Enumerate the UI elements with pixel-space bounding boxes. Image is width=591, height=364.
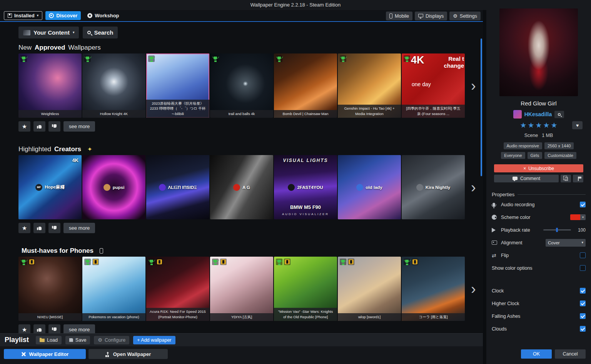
thumbs-down-button[interactable] xyxy=(48,324,60,333)
comment-button[interactable]: Comment xyxy=(494,175,559,182)
vertical-scrollbar[interactable] xyxy=(481,38,482,176)
wallpaper-card[interactable]: YDIYA [古风] xyxy=(210,257,273,321)
cancel-button[interactable]: Cancel xyxy=(555,349,586,359)
star-icon[interactable]: ★ xyxy=(551,122,558,129)
favorite-button[interactable]: ★ xyxy=(18,324,30,333)
creator-name: pupsi xyxy=(113,185,125,190)
see-more-button[interactable]: see more xyxy=(63,324,95,333)
favorite-button[interactable]: ★ xyxy=(18,121,30,132)
type-size-row: Scene 1 MB xyxy=(486,133,591,138)
scroll-right-arrow[interactable]: › xyxy=(471,78,476,93)
tab-workshop[interactable]: Workshop xyxy=(84,11,122,20)
wallpaper-card[interactable]: NIXEU [MISSE] xyxy=(18,257,82,321)
wallpaper-card[interactable]: "Mission Vao" -Star Wars: Knights of the… xyxy=(274,257,337,321)
alignment-select[interactable]: Cover ▾ xyxy=(546,239,586,247)
wallpaper-card[interactable]: wlop [sword1] xyxy=(338,257,401,321)
open-wallpaper-button[interactable]: Open Wallpaper xyxy=(88,349,168,359)
creator-card[interactable]: Kira Nightly xyxy=(402,155,465,219)
report-button[interactable] xyxy=(573,175,583,182)
wallpaper-preview[interactable] xyxy=(499,8,578,96)
wallpaper-title: コーラ [雨と落葉] xyxy=(402,313,465,321)
wallpaper-card[interactable]: trail and balls 4k xyxy=(210,53,273,118)
author-link[interactable]: HKesadilla xyxy=(524,111,552,117)
configure-button[interactable]: ⚙ Configure xyxy=(94,336,129,344)
scroll-right-arrow[interactable]: › xyxy=(471,180,476,195)
thumbs-down-button[interactable] xyxy=(48,223,60,233)
unsubscribe-button[interactable]: × Unsubscribe xyxy=(494,164,583,172)
your-content-icon xyxy=(23,30,30,35)
favorite-button[interactable]: ★ xyxy=(18,223,30,233)
wallpaper-card[interactable]: 2023原创绘画大赛《织月绘星》2233 哔哩哔哩（゜-゜）つロ 干杯~-bil… xyxy=(146,53,209,118)
creator-card[interactable]: 4K MFHope麻糬 xyxy=(18,155,82,219)
property-label: Show color options xyxy=(492,265,533,271)
property-row-playback-rate: Playback rate 100 xyxy=(486,224,591,236)
show-color-options-checkbox[interactable] xyxy=(580,265,586,271)
star-icon[interactable]: ★ xyxy=(543,122,550,129)
rate-row: ★ see more xyxy=(18,223,483,233)
wallpaper-card[interactable]: 4K Real t change one day [四季的早午茶，随喜实时间] … xyxy=(402,53,465,118)
toggle-label: Clouds xyxy=(492,326,507,332)
thumbs-up-button[interactable] xyxy=(33,223,45,233)
phone-badge-icon xyxy=(221,259,226,264)
scroll-right-arrow[interactable]: › xyxy=(471,282,476,296)
clock-checkbox[interactable] xyxy=(580,288,586,294)
settings-button[interactable]: ⚙ Settings xyxy=(449,12,481,20)
load-label: Load xyxy=(47,337,58,343)
load-button[interactable]: Load xyxy=(36,336,62,344)
thumbs-up-button[interactable] xyxy=(33,324,45,333)
thumbs-down-button[interactable] xyxy=(48,121,60,132)
open-wallpaper-label: Open Wallpaper xyxy=(113,351,151,357)
star-icon[interactable]: ★ xyxy=(520,122,526,129)
wallpaper-card[interactable]: コーラ [雨と落葉] xyxy=(402,257,465,321)
your-content-button[interactable]: Your Content ▾ xyxy=(18,27,79,38)
creator-card[interactable]: pupsi xyxy=(82,155,145,219)
falling-ashes-checkbox[interactable] xyxy=(580,313,586,319)
see-more-button[interactable]: see more xyxy=(63,121,95,132)
monitor-icon xyxy=(418,14,423,17)
clouds-checkbox[interactable] xyxy=(580,326,586,332)
creator-card[interactable]: old lady xyxy=(338,155,401,219)
phone-icon xyxy=(389,13,392,18)
slider-thumb[interactable] xyxy=(556,228,558,232)
art-text: Real t xyxy=(448,55,464,62)
mobile-button[interactable]: Mobile xyxy=(386,12,412,20)
thumbs-up-button[interactable] xyxy=(33,121,45,132)
add-wallpaper-button[interactable]: + Add wallpaper xyxy=(133,336,175,344)
search-button[interactable]: Search xyxy=(83,27,118,38)
wallpaper-card[interactable]: Weightless xyxy=(18,53,82,118)
ok-button[interactable]: OK xyxy=(521,349,552,359)
displays-button[interactable]: Displays xyxy=(415,12,447,20)
audio-recording-checkbox[interactable] xyxy=(580,202,586,207)
palette-icon xyxy=(492,215,497,220)
wallpaper-card[interactable]: Pokemons on vacation (phone) xyxy=(82,257,145,321)
star-icon[interactable]: ★ xyxy=(528,122,534,129)
creator-card[interactable]: VISUAL LIGHTS 2FAST4YOU BMW M5 F90 AUDIO… xyxy=(274,155,337,219)
creator-name: Hope麻糬 xyxy=(45,184,65,190)
star-icon[interactable]: ★ xyxy=(535,122,542,129)
see-more-button[interactable]: see more xyxy=(63,223,95,233)
tab-discover[interactable]: Discover xyxy=(45,11,81,20)
avatar xyxy=(513,110,522,119)
trophy-icon xyxy=(22,260,25,263)
search-author-button[interactable] xyxy=(554,111,564,118)
wallpaper-card[interactable]: Acura RSX: Need For Speed 2015 (Portrait… xyxy=(146,257,209,321)
wallpaper-card[interactable]: Genshin Impact - Hu Tao [4k] + Media Int… xyxy=(338,53,401,118)
wallpaper-card[interactable]: Hollow Knight 4K xyxy=(82,53,145,118)
thumbs-down-icon xyxy=(52,327,57,332)
copy-button[interactable] xyxy=(561,175,571,182)
save-button[interactable]: Save xyxy=(65,336,90,344)
favorite-heart-button[interactable]: ♥ xyxy=(572,121,583,129)
toggle-label: Clock xyxy=(492,288,504,294)
wallpaper-editor-button[interactable]: Wallpaper Editor xyxy=(4,349,86,359)
flip-checkbox[interactable] xyxy=(580,252,586,258)
creator-card[interactable]: A G xyxy=(210,155,273,219)
phone-badge-icon xyxy=(157,259,162,264)
tab-installed[interactable]: Installed ▾ xyxy=(4,11,42,20)
wallpaper-card[interactable]: Bomb Devil | Chainsaw Man xyxy=(274,53,337,118)
creator-avatar: MF xyxy=(35,184,42,191)
playback-rate-slider[interactable] xyxy=(543,229,571,230)
higher-clock-checkbox[interactable] xyxy=(580,301,586,306)
scheme-color-picker[interactable]: ▾ xyxy=(570,214,586,220)
creator-card[interactable]: ΛLIΞΠ IΠSIDΞ xyxy=(146,155,209,219)
wallpaper-title: Weightless xyxy=(18,110,82,118)
